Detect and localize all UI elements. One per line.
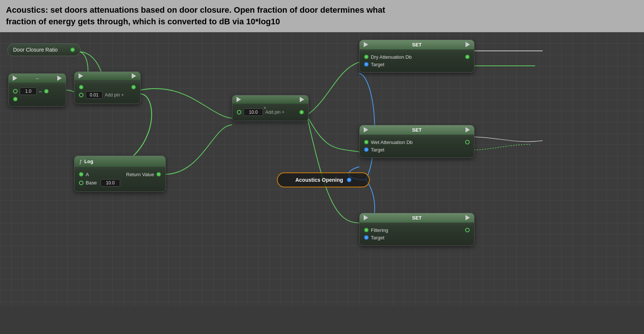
max-exec-in[interactable]: [78, 73, 83, 79]
set-wet-exec-out[interactable]: [465, 127, 470, 132]
subtract-value[interactable]: [20, 88, 37, 95]
max-value[interactable]: [86, 91, 103, 99]
set-wet-attn-out-pin[interactable]: [465, 140, 470, 144]
multiply-out-pin[interactable]: [299, 110, 304, 114]
set-dry-header: SET: [360, 40, 474, 49]
multiply-add-pin[interactable]: Add pin +: [265, 110, 284, 115]
door-closure-output-pin[interactable]: [70, 48, 75, 52]
set-dry-attn-pin[interactable]: [364, 55, 369, 59]
set-filtering-target-pin[interactable]: [364, 235, 369, 240]
multiply-exec-in[interactable]: [236, 97, 241, 102]
max-in2-pin[interactable]: [79, 93, 83, 97]
acoustics-opening-pin[interactable]: [347, 178, 351, 182]
max-out-pin[interactable]: [131, 85, 136, 89]
set-filtering-target-label: Target: [371, 235, 384, 240]
set-dry-attn-label: Dry Attenuation Db: [371, 54, 412, 60]
set-dry-exec-in[interactable]: [363, 42, 369, 47]
set-wet-target-pin[interactable]: [364, 147, 369, 152]
set-filtering-label: Filtering: [371, 227, 388, 233]
set-filtering-out-pin[interactable]: [465, 228, 470, 232]
header-text: Acoustics: set doors attenuations based …: [6, 4, 638, 28]
set-filtering-exec-in[interactable]: [363, 215, 369, 220]
max-in1-pin[interactable]: [79, 85, 83, 89]
log-return-pin[interactable]: [156, 172, 161, 177]
node-set-filtering: SET Filtering Target: [359, 213, 474, 246]
multiply-exec-out[interactable]: [299, 97, 305, 102]
header-line1: Acoustics: set doors attenuations based …: [6, 5, 385, 15]
node-subtract: – –: [8, 73, 66, 107]
log-return-label: Return Value: [126, 172, 154, 177]
set-filtering-pin[interactable]: [364, 228, 369, 232]
max-exec-out[interactable]: [131, 73, 137, 79]
node-set-dry: SET Dry Attenuation Db Target: [359, 40, 474, 73]
multiply-in1-pin[interactable]: [237, 110, 241, 114]
subtract-in-pin[interactable]: [13, 89, 18, 94]
set-dry-target-label: Target: [371, 62, 384, 67]
log-base-value[interactable]: [101, 179, 120, 187]
log-a-pin[interactable]: [79, 172, 83, 177]
set-wet-attn-label: Wet Attenuation Db: [371, 140, 413, 145]
set-dry-exec-out[interactable]: [465, 42, 470, 47]
max-add-pin[interactable]: Add pin +: [105, 92, 124, 98]
log-italic-f: ƒ: [79, 158, 82, 165]
acoustics-opening-label: Acoustics Opening: [295, 177, 343, 183]
subtract-out-pin[interactable]: [44, 89, 49, 94]
multiply-x-btn[interactable]: ×: [264, 105, 266, 110]
header-banner: Acoustics: set doors attenuations based …: [0, 0, 644, 32]
subtract-exec-in[interactable]: [12, 76, 18, 81]
set-wet-title: SET: [412, 127, 421, 133]
door-closure-label: Door Closure Ratio: [13, 47, 58, 53]
set-filtering-header: SET: [360, 213, 474, 223]
minus-icon: –: [36, 75, 39, 81]
node-log: ƒ Log A Return Value Base: [74, 156, 166, 192]
multiply-value[interactable]: [244, 108, 263, 116]
node-door-closure: Door Closure Ratio: [7, 43, 80, 56]
log-a-label: A: [86, 172, 89, 177]
set-wet-exec-in[interactable]: [363, 127, 369, 132]
header-line2: fraction of energy gets through, which i…: [6, 17, 280, 26]
set-dry-attn-out-pin[interactable]: [465, 55, 470, 59]
subtract-second-pin[interactable]: [13, 97, 18, 101]
set-wet-header: SET: [360, 125, 474, 135]
blueprint-canvas: Door Closure Ratio – –: [0, 32, 644, 306]
set-wet-target-label: Target: [371, 147, 384, 153]
node-multiply: × Add pin +: [232, 95, 309, 121]
log-title: Log: [84, 159, 93, 164]
subtract-exec-out[interactable]: [57, 76, 62, 81]
set-wet-attn-pin[interactable]: [364, 140, 369, 144]
node-max: Add pin +: [74, 71, 141, 104]
node-acoustics-opening: Acoustics Opening: [277, 172, 370, 187]
set-filtering-title: SET: [412, 215, 421, 221]
set-dry-target-pin[interactable]: [364, 62, 369, 67]
log-base-label: Base: [86, 180, 97, 186]
node-set-wet: SET Wet Attenuation Db Target: [359, 125, 474, 158]
set-dry-title: SET: [412, 42, 421, 48]
subtract-minus: –: [39, 88, 42, 94]
log-base-pin[interactable]: [79, 181, 83, 185]
set-filtering-exec-out[interactable]: [465, 215, 470, 220]
